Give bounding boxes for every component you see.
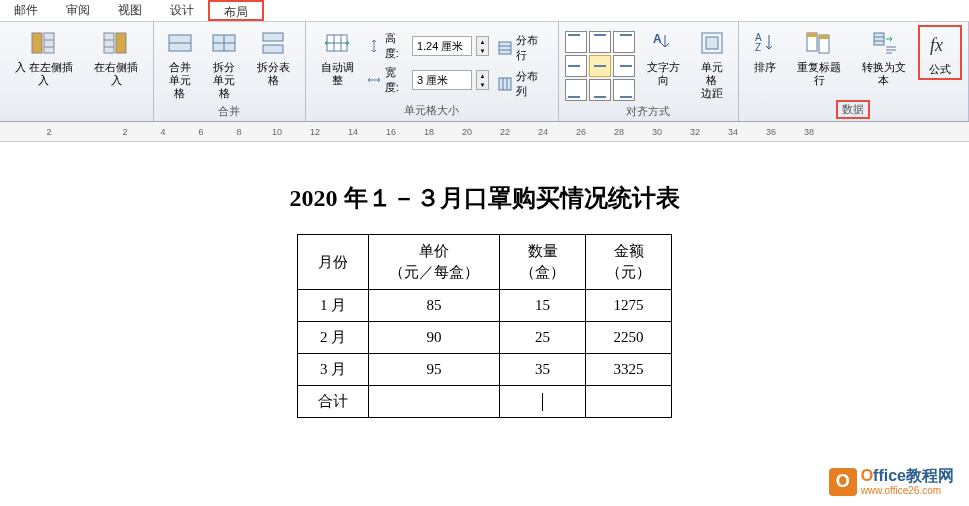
ribbon-content: 入 在左侧插入 在右侧插入 合并 单元格 拆分 <box>0 22 969 122</box>
cell-margins-button[interactable]: 单元格 边距 <box>692 25 732 102</box>
header-price-unit: （元／每盒） <box>389 262 479 283</box>
header-price[interactable]: 单价 （元／每盒） <box>369 235 500 290</box>
tab-design[interactable]: 设计 <box>156 0 208 21</box>
align-middle-right[interactable] <box>613 55 635 77</box>
formula-button[interactable]: fx 公式 <box>918 25 962 80</box>
text-direction-label: 文字方向 <box>643 61 684 87</box>
tab-view[interactable]: 视图 <box>104 0 156 21</box>
svg-rect-27 <box>706 37 718 49</box>
align-top-left[interactable] <box>565 31 587 53</box>
svg-rect-19 <box>499 42 511 54</box>
split-cells-icon <box>208 27 240 59</box>
text-cursor <box>542 393 543 411</box>
cell-month[interactable]: 3 月 <box>298 354 369 386</box>
cell-amount[interactable]: 2250 <box>586 322 672 354</box>
distribute-rows-button[interactable]: 分布行 <box>493 31 552 65</box>
insert-left-button[interactable]: 入 在左侧插入 <box>6 25 81 89</box>
split-cells-button[interactable]: 拆分 单元格 <box>204 25 244 102</box>
cell-price[interactable]: 85 <box>369 290 500 322</box>
table-row[interactable]: 3 月 95 35 3325 <box>298 354 672 386</box>
width-spinner[interactable]: ▲▼ <box>476 70 489 90</box>
split-table-label: 拆分表格 <box>252 61 295 87</box>
convert-text-button[interactable]: 转换为文本 <box>853 25 914 89</box>
cell-qty[interactable]: 35 <box>500 354 586 386</box>
align-bottom-right[interactable] <box>613 79 635 101</box>
group-merge-label: 合并 <box>160 102 299 121</box>
cell-total-price[interactable] <box>369 386 500 418</box>
cell-total-qty[interactable] <box>500 386 586 418</box>
cell-amount[interactable]: 1275 <box>586 290 672 322</box>
table-row[interactable]: 2 月 90 25 2250 <box>298 322 672 354</box>
align-top-center[interactable] <box>589 31 611 53</box>
header-month[interactable]: 月份 <box>298 235 369 290</box>
data-table[interactable]: 月份 单价 （元／每盒） 数量 （盒） 金额 （元） 1 月 85 15 127… <box>297 234 672 418</box>
height-icon <box>367 39 381 53</box>
distribute-cols-icon <box>497 76 513 92</box>
svg-rect-13 <box>263 33 283 41</box>
svg-text:fx: fx <box>930 35 943 55</box>
cell-qty[interactable]: 15 <box>500 290 586 322</box>
distribute-rows-icon <box>497 40 513 56</box>
header-qty[interactable]: 数量 （盒） <box>500 235 586 290</box>
insert-left-label: 入 在左侧插入 <box>10 61 77 87</box>
table-row[interactable]: 1 月 85 15 1275 <box>298 290 672 322</box>
insert-right-label: 在右侧插入 <box>89 61 143 87</box>
width-icon <box>367 73 381 87</box>
cell-total-amount[interactable] <box>586 386 672 418</box>
svg-rect-4 <box>104 33 114 53</box>
align-top-right[interactable] <box>613 31 635 53</box>
svg-rect-34 <box>874 33 884 45</box>
document-title: 2020 年１－３月口罩购买情况统计表 <box>0 182 969 214</box>
cell-price[interactable]: 95 <box>369 354 500 386</box>
split-table-button[interactable]: 拆分表格 <box>248 25 299 89</box>
merge-cells-icon <box>164 27 196 59</box>
group-data-label: 数据 <box>836 100 870 119</box>
insert-right-icon <box>100 27 132 59</box>
text-direction-button[interactable]: A 文字方向 <box>639 25 688 89</box>
width-label: 宽度: <box>385 65 408 95</box>
width-input[interactable] <box>412 70 472 90</box>
cell-qty[interactable]: 25 <box>500 322 586 354</box>
tab-mail[interactable]: 邮件 <box>0 0 52 21</box>
cell-price[interactable]: 90 <box>369 322 500 354</box>
table-total-row[interactable]: 合计 <box>298 386 672 418</box>
svg-text:Z: Z <box>755 42 761 53</box>
distribute-rows-label: 分布行 <box>516 33 548 63</box>
alignment-grid <box>565 25 635 101</box>
tab-review[interactable]: 审阅 <box>52 0 104 21</box>
header-amount[interactable]: 金额 （元） <box>586 235 672 290</box>
align-middle-center[interactable] <box>589 55 611 77</box>
distribute-cols-label: 分布列 <box>516 69 548 99</box>
tab-layout[interactable]: 布局 <box>208 0 264 21</box>
sort-button[interactable]: AZ 排序 <box>745 25 785 76</box>
height-spinner[interactable]: ▲▼ <box>476 36 489 56</box>
header-amount-text: 金额 <box>606 241 651 262</box>
insert-right-button[interactable]: 在右侧插入 <box>85 25 147 89</box>
align-middle-left[interactable] <box>565 55 587 77</box>
svg-rect-14 <box>263 45 283 53</box>
align-bottom-center[interactable] <box>589 79 611 101</box>
formula-label: 公式 <box>929 63 951 76</box>
align-bottom-left[interactable] <box>565 79 587 101</box>
auto-adjust-button[interactable]: 自动调整 <box>312 25 363 89</box>
svg-rect-33 <box>819 35 829 39</box>
cell-total-label[interactable]: 合计 <box>298 386 369 418</box>
cell-month[interactable]: 2 月 <box>298 322 369 354</box>
auto-adjust-icon <box>321 27 353 59</box>
group-cellsize-label: 单元格大小 <box>312 101 552 120</box>
convert-text-icon <box>868 27 900 59</box>
height-input[interactable] <box>412 36 472 56</box>
distribute-cols-button[interactable]: 分布列 <box>493 67 552 101</box>
auto-adjust-label: 自动调整 <box>316 61 359 87</box>
merge-cells-button[interactable]: 合并 单元格 <box>160 25 200 102</box>
repeat-header-button[interactable]: 重复标题行 <box>789 25 850 89</box>
svg-rect-5 <box>116 33 126 53</box>
group-rows-cols: 入 在左侧插入 在右侧插入 <box>0 22 154 121</box>
watermark-icon: O <box>829 468 857 496</box>
cell-margins-label: 单元格 边距 <box>696 61 728 100</box>
group-alignment: A 文字方向 单元格 边距 对齐方式 <box>559 22 739 121</box>
cell-amount[interactable]: 3325 <box>586 354 672 386</box>
group-data: AZ 排序 重复标题行 转换为文本 fx 公式 <box>739 22 969 121</box>
header-price-text: 单价 <box>389 241 479 262</box>
cell-month[interactable]: 1 月 <box>298 290 369 322</box>
